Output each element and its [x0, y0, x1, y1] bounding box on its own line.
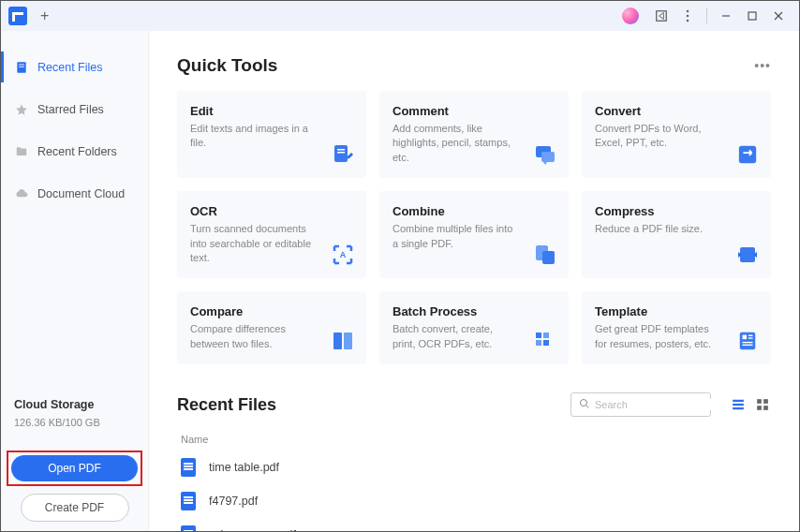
- tool-title: Convert: [595, 104, 758, 118]
- svg-rect-28: [743, 335, 748, 340]
- svg-rect-22: [344, 332, 352, 349]
- svg-rect-35: [733, 400, 744, 402]
- tool-title: OCR: [190, 204, 353, 218]
- pdf-file-icon: [181, 492, 196, 510]
- svg-rect-5: [748, 12, 756, 20]
- svg-rect-26: [543, 340, 549, 346]
- search-icon: [579, 396, 590, 413]
- compare-icon: [331, 329, 355, 353]
- file-row[interactable]: time table.pdf: [177, 451, 771, 484]
- file-row[interactable]: science-copy.pdf: [177, 518, 771, 531]
- sidebar-item-label: Starred Files: [37, 103, 104, 116]
- svg-rect-24: [543, 332, 549, 338]
- svg-rect-27: [740, 332, 756, 349]
- tool-card-compare[interactable]: Compare Compare differences between two …: [177, 291, 366, 364]
- cloud-storage-title: Cloud Storage: [14, 398, 135, 411]
- open-pdf-highlight: Open PDF: [7, 451, 142, 486]
- tool-desc: Add comments, like highlights, pencil, s…: [393, 122, 556, 165]
- tool-desc: Turn scanned documents into searchable o…: [190, 222, 353, 265]
- svg-rect-29: [748, 335, 753, 336]
- tool-title: Compare: [190, 304, 353, 318]
- new-tab-button[interactable]: +: [40, 7, 49, 24]
- grid-view-toggle[interactable]: [754, 396, 771, 413]
- more-menu-icon[interactable]: •••: [754, 58, 771, 73]
- svg-rect-21: [333, 332, 342, 349]
- batch-icon: [533, 329, 557, 353]
- tool-desc: Convert PDFs to Word, Excel, PPT, etc.: [595, 122, 758, 151]
- sidebar-item-recent-files[interactable]: Recent Files: [1, 52, 148, 82]
- tool-desc: Edit texts and images in a file.: [190, 122, 353, 151]
- svg-rect-9: [19, 64, 24, 65]
- recent-files-icon: [14, 60, 28, 74]
- menu-dots-icon[interactable]: [674, 5, 701, 27]
- convert-icon: [735, 142, 760, 167]
- create-pdf-button[interactable]: Create PDF: [21, 494, 129, 522]
- svg-rect-13: [337, 152, 345, 154]
- svg-rect-41: [763, 406, 768, 410]
- pdf-file-icon: [181, 458, 196, 477]
- tool-card-convert[interactable]: Convert Convert PDFs to Word, Excel, PPT…: [582, 91, 771, 178]
- open-pdf-button[interactable]: Open PDF: [11, 455, 138, 481]
- svg-rect-36: [733, 404, 744, 406]
- main-content: Quick Tools ••• Edit Edit texts and imag…: [149, 31, 799, 531]
- tool-card-combine[interactable]: Combine Combine multiple files into a si…: [379, 191, 569, 278]
- tool-card-comment[interactable]: Comment Add comments, like highlights, p…: [379, 91, 569, 178]
- svg-rect-23: [536, 332, 541, 338]
- svg-rect-19: [542, 251, 555, 264]
- tool-card-template[interactable]: Template Get great PDF templates for res…: [582, 291, 771, 364]
- tool-title: Edit: [190, 104, 353, 118]
- quick-tools-title: Quick Tools: [177, 55, 754, 76]
- sidebar-item-label: Recent Folders: [37, 145, 117, 158]
- sidebar-item-label: Recent Files: [37, 61, 102, 74]
- star-icon: [14, 102, 28, 116]
- sidebar-item-document-cloud[interactable]: Document Cloud: [1, 178, 148, 209]
- tool-card-edit[interactable]: Edit Edit texts and images in a file.: [177, 91, 366, 178]
- svg-rect-16: [739, 146, 756, 163]
- svg-rect-39: [763, 399, 768, 404]
- tool-card-batch-process[interactable]: Batch Process Batch convert, create, pri…: [379, 291, 569, 364]
- quick-tools-grid: Edit Edit texts and images in a file. Co…: [177, 91, 771, 364]
- tool-desc: Combine multiple files into a single PDF…: [393, 222, 556, 251]
- edit-icon: [331, 142, 355, 167]
- svg-rect-32: [743, 345, 753, 346]
- svg-point-2: [687, 15, 689, 18]
- combine-icon: [533, 243, 557, 267]
- file-name: f4797.pdf: [209, 495, 258, 508]
- svg-point-1: [687, 10, 689, 13]
- template-icon: [735, 329, 760, 353]
- svg-rect-8: [17, 62, 25, 73]
- search-input[interactable]: [595, 399, 724, 410]
- divider: [706, 8, 707, 23]
- svg-rect-15: [541, 152, 555, 162]
- share-icon[interactable]: [648, 5, 674, 27]
- svg-rect-12: [337, 149, 345, 151]
- close-button[interactable]: [765, 5, 792, 27]
- pdf-file-icon: [181, 525, 196, 531]
- tool-title: Batch Process: [393, 304, 556, 318]
- user-avatar[interactable]: [622, 7, 639, 24]
- comment-icon: [533, 142, 557, 167]
- svg-line-34: [586, 406, 589, 408]
- sidebar-item-starred-files[interactable]: Starred Files: [1, 94, 148, 125]
- column-header-name: Name: [177, 428, 771, 451]
- search-box[interactable]: [570, 392, 711, 417]
- maximize-button[interactable]: [739, 5, 765, 27]
- svg-text:A: A: [340, 250, 347, 259]
- file-row[interactable]: f4797.pdf: [177, 484, 771, 518]
- tool-title: Comment: [393, 104, 556, 118]
- app-logo-icon: [8, 7, 27, 25]
- list-view-toggle[interactable]: [730, 396, 747, 413]
- svg-rect-31: [743, 342, 753, 343]
- folder-icon: [14, 144, 28, 158]
- cloud-icon: [14, 186, 28, 200]
- svg-point-3: [687, 20, 689, 22]
- svg-rect-38: [757, 399, 762, 404]
- tool-card-compress[interactable]: Compress Reduce a PDF file size.: [582, 191, 771, 278]
- svg-rect-11: [334, 145, 348, 162]
- svg-rect-20: [740, 247, 755, 262]
- minimize-button[interactable]: [713, 5, 739, 27]
- sidebar-item-recent-folders[interactable]: Recent Folders: [1, 136, 148, 167]
- sidebar: Recent Files Starred Files Recent Folder…: [1, 31, 149, 531]
- svg-rect-30: [748, 337, 753, 338]
- tool-card-ocr[interactable]: OCR Turn scanned documents into searchab…: [177, 191, 366, 278]
